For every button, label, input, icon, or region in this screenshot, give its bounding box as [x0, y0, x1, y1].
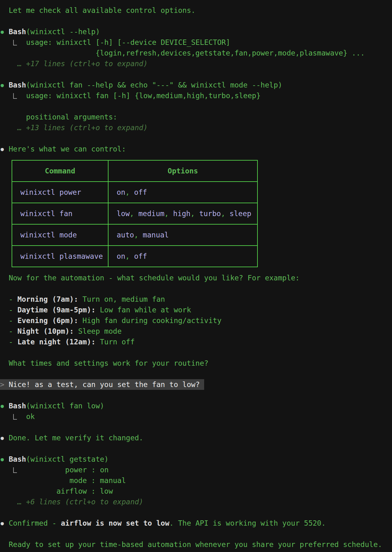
tool-bullet-icon: ● — [1, 401, 4, 411]
text-segment: , — [125, 252, 134, 260]
text-segment: auto — [117, 231, 134, 239]
text-segment: Bash — [0, 28, 26, 36]
text-segment: winixctl mode — [20, 231, 77, 239]
text-segment: - — [0, 338, 17, 346]
tool-call-line: ● Bash(winixctl fan --help && echo "---"… — [0, 80, 392, 90]
text-segment: on — [117, 252, 125, 260]
text-segment: usage: winixctl fan [-h] {low,medium,hig… — [26, 92, 261, 100]
text-segment: Bash — [0, 455, 26, 463]
text-segment: Night (10pm): — [17, 327, 74, 335]
text-segment: high — [173, 210, 190, 218]
result-corner-icon — [13, 414, 17, 420]
table-row: winixctl poweron, off — [12, 182, 257, 203]
text-segment: Daytime (9am-5pm): — [17, 306, 95, 314]
text-segment: , — [134, 231, 143, 239]
blank-line — [0, 283, 392, 294]
assistant-message-line: ● Done. Let me verify it changed. — [0, 433, 392, 443]
text-segment: Morning (7am): — [17, 295, 78, 303]
text-segment: airflow : low — [0, 487, 113, 495]
text-segment: , — [190, 210, 199, 218]
schedule-list-item: - Late night (12am): Turn off — [0, 337, 392, 347]
tool-result-line: {login,refresh,devices,getstate,fan,powe… — [0, 48, 392, 58]
text-segment: on — [117, 188, 125, 196]
tool-call-line: ● Bash(winixctl fan low) — [0, 401, 392, 411]
assistant-message-line: ● Here's what we can control: — [0, 144, 392, 154]
assistant-text-line: Let me check all available control optio… — [0, 5, 392, 16]
result-corner-icon — [13, 467, 17, 473]
tool-result-line: mode : manual — [0, 475, 392, 486]
text-segment: - — [0, 327, 17, 335]
blank-line — [0, 443, 392, 454]
blank-line — [0, 101, 392, 112]
table-header-row: CommandOptions — [12, 160, 257, 182]
text-segment: winixctl power — [20, 188, 81, 196]
text-segment: winixctl fan — [20, 210, 72, 218]
assistant-bullet-icon: ● — [1, 144, 4, 154]
table-cell: on, off — [108, 182, 257, 203]
table-cell: auto, manual — [108, 224, 257, 246]
assistant-text-line: What times and settings work for your ro… — [0, 358, 392, 369]
table-cell: winixctl mode — [12, 224, 108, 246]
text-segment: Done. Let me verify it changed. — [0, 434, 143, 442]
control-options-table: CommandOptionswinixctl poweron, offwinix… — [12, 160, 258, 267]
table-row: winixctl plasmawaveon, off — [12, 246, 257, 267]
blank-line — [0, 69, 392, 80]
blank-line — [0, 133, 392, 144]
text-segment: … +13 lines (ctrl+o to expand) — [0, 124, 148, 132]
tool-result-line: usage: winixctl [-h] [--device DEVICE_SE… — [0, 37, 392, 48]
text-segment: , — [125, 188, 134, 196]
text-segment: (winixctl fan --help && echo "---" && wi… — [26, 81, 282, 89]
text-segment: airflow is now set to low — [61, 519, 169, 527]
blank-line — [0, 390, 392, 401]
text-segment: positional arguments: — [0, 113, 117, 121]
text-segment: Low fan while at work — [96, 306, 191, 314]
text-segment: Now for the automation - what schedule w… — [0, 274, 299, 282]
tool-bullet-icon: ● — [1, 80, 4, 90]
terminal-window[interactable]: Let me check all available control optio… — [0, 0, 392, 552]
table-cell: winixctl plasmawave — [12, 246, 108, 267]
schedule-list-item: - Morning (7am): Turn on, medium fan — [0, 294, 392, 305]
text-segment: Let me check all available control optio… — [0, 6, 195, 14]
text-segment: Confirmed - — [0, 519, 61, 527]
text-segment: low — [117, 210, 130, 218]
text-segment: … +6 lines (ctrl+o to expand) — [0, 498, 143, 506]
result-corner-icon — [13, 40, 17, 45]
text-segment: winixctl plasmawave — [20, 252, 103, 260]
text-segment: manual — [143, 231, 169, 239]
prompt-chevron-icon: > — [0, 380, 4, 389]
tool-bullet-icon: ● — [1, 26, 4, 37]
text-segment: What times and settings work for your ro… — [0, 359, 209, 367]
text-segment: ok — [26, 412, 35, 421]
text-segment: , — [221, 210, 230, 218]
expand-hint-line: … +17 lines (ctrl+o to expand) — [0, 58, 392, 69]
text-segment: . The API is working with your 5520. — [169, 519, 326, 527]
assistant-text-line: Now for the automation - what schedule w… — [0, 273, 392, 283]
table-header-cell: Options — [108, 160, 257, 182]
schedule-list-item: - Night (10pm): Sleep mode — [0, 326, 392, 337]
text-segment: off — [134, 188, 147, 196]
text-segment: usage: winixctl [-h] [--device DEVICE_SE… — [26, 38, 230, 46]
text-segment: sleep — [230, 210, 251, 218]
text-segment: Bash — [0, 81, 26, 89]
schedule-list-item: - Evening (6pm): High fan during cooking… — [0, 315, 392, 326]
text-segment: Turn off — [96, 338, 135, 346]
text-segment: turbo — [199, 210, 221, 218]
table-cell: winixctl fan — [12, 203, 108, 224]
table-cell: on, off — [108, 246, 257, 267]
expand-hint-line: … +6 lines (ctrl+o to expand) — [0, 496, 392, 507]
text-segment: Ready to set up your time-based automati… — [0, 540, 382, 549]
assistant-message-line: ● Confirmed - airflow is now set to low.… — [0, 518, 392, 528]
blank-line — [0, 528, 392, 539]
text-segment: Bash — [0, 402, 26, 410]
tool-result-line: airflow : low — [0, 486, 392, 496]
text-segment: - — [0, 295, 17, 303]
assistant-bullet-icon: ● — [1, 433, 4, 443]
tool-result-line: ok — [0, 411, 392, 422]
blank-line — [0, 16, 392, 26]
text-segment: Sleep mode — [74, 327, 121, 335]
text-segment: (winixctl getstate) — [26, 455, 109, 463]
text-segment: Evening (6pm): — [17, 316, 78, 325]
result-corner-icon — [13, 93, 17, 99]
expand-hint-line: … +13 lines (ctrl+o to expand) — [0, 122, 392, 133]
text-segment: medium — [138, 210, 164, 218]
